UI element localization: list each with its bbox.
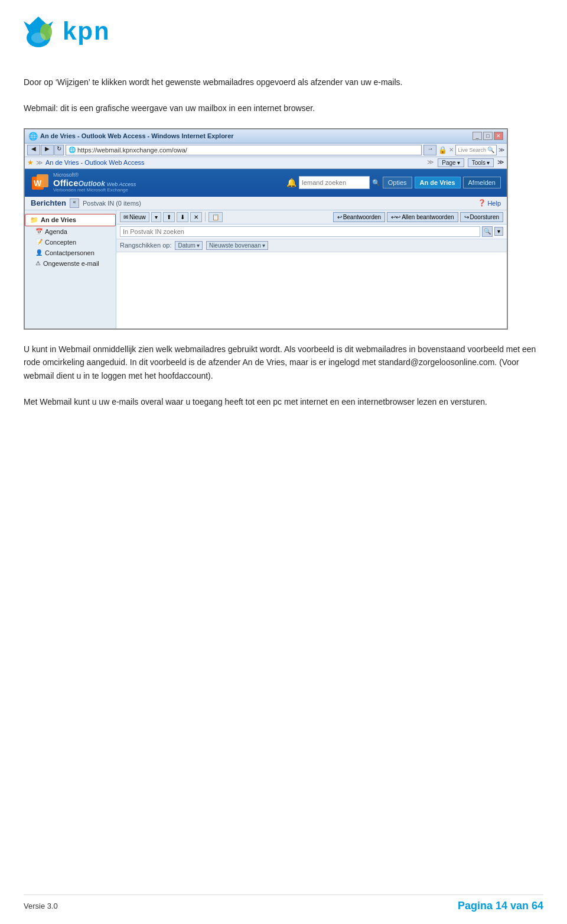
- owa-new-icon: ✉: [123, 214, 128, 220]
- ie-page-dropdown-icon: ▾: [457, 160, 460, 166]
- owa-office-label: OfficeOutlook: [53, 178, 105, 188]
- ie-fav-link[interactable]: An de Vries - Outlook Web Access: [45, 159, 145, 166]
- main-content: Door op ‘Wijzigen’ te klikken wordt het …: [0, 58, 567, 445]
- owa-connected-label: Verbonden met Microsoft Exchange: [53, 188, 136, 193]
- owa-reply-button[interactable]: ↩ Beantwoorden: [333, 212, 386, 222]
- owa-nav-left: Berichten « Postvak IN (0 items): [31, 199, 141, 208]
- paragraph-1: Door op ‘Wijzigen’ te klikken wordt het …: [24, 76, 543, 89]
- sidebar-item-agenda[interactable]: 📅 Agenda: [25, 226, 116, 237]
- paragraph-4: Met Webmail kunt u uw e-mails overal waa…: [24, 395, 543, 408]
- owa-help-button[interactable]: ❓ Help: [478, 199, 501, 207]
- ie-favorites-icon: ★: [27, 158, 34, 167]
- owa-sort-dropdown-icon: ▾: [197, 242, 200, 249]
- owa-sort-order-value: Nieuwste bovenaan: [209, 242, 261, 249]
- owa-nav-subtitle: Postvak IN (0 items): [83, 200, 141, 207]
- ie-address-favicon: 🌐: [69, 147, 76, 153]
- ie-search-icon: 🔍: [487, 147, 494, 153]
- owa-reply-all-icon: ↩↩: [391, 214, 400, 220]
- sidebar-item-ongewenste-email[interactable]: ⚠ Ongewenste e-mail: [25, 258, 116, 269]
- ie-tools-dropdown-icon: ▾: [487, 160, 490, 166]
- owa-logo: W Microsoft® OfficeOutlook Web Access Ve…: [31, 173, 136, 193]
- owa-search-bar: 🔍 ▾: [116, 225, 507, 239]
- owa-people-search[interactable]: [299, 176, 370, 189]
- owa-search-input[interactable]: [302, 179, 367, 186]
- footer-page: Pagina 14 van 64: [458, 900, 543, 912]
- office-logo-icon: W: [31, 173, 50, 192]
- page-header: kpn: [0, 0, 567, 58]
- paragraph-3: U kunt in Webmail onmiddellijk zien welk…: [24, 343, 543, 382]
- owa-user-button[interactable]: An de Vries: [415, 177, 461, 188]
- ie-more-icon2: ≫: [427, 158, 434, 167]
- owa-sort-order-dropdown-icon: ▾: [262, 242, 265, 249]
- ie-address-text: https://webmail.kpnxchange.com/owa/: [77, 147, 187, 154]
- owa-forward-icon: ↪: [464, 214, 469, 220]
- owa-screenshot: 🌐 An de Vries - Outlook Web Access - Win…: [24, 128, 508, 330]
- kpn-logo-icon: [18, 11, 59, 52]
- owa-signout-button[interactable]: Afmelden: [463, 177, 501, 188]
- owa-logo-text-block: Microsoft® OfficeOutlook Web Access Verb…: [53, 173, 136, 193]
- sidebar-contacts-icon: 👤: [35, 249, 43, 256]
- page-footer: Versie 3.0 Pagina 14 van 64: [24, 894, 543, 912]
- owa-inbox-search-btn[interactable]: 🔍: [482, 226, 493, 237]
- ie-nav-buttons: ◀ ▶ ↻: [27, 145, 64, 155]
- ie-more-icon1: ≫: [36, 159, 43, 167]
- ie-minimize-btn[interactable]: _: [472, 132, 482, 140]
- owa-new-button[interactable]: ✉ Nieuw: [120, 212, 149, 222]
- owa-forward-button[interactable]: ↪ Doorsturen: [460, 212, 503, 222]
- ie-security-icon: 🔒: [438, 146, 447, 154]
- owa-forward-label: Doorsturen: [470, 214, 499, 220]
- sidebar-item-concepten[interactable]: 📝 Concepten: [25, 237, 116, 248]
- sidebar-item-label-3: Contactpersonen: [45, 249, 94, 256]
- owa-new-dropdown[interactable]: ▾: [151, 212, 161, 222]
- svg-text:W: W: [34, 178, 42, 188]
- ie-close-btn[interactable]: ✕: [494, 132, 503, 140]
- ie-back-btn[interactable]: ◀: [27, 145, 40, 155]
- sidebar-spam-icon: ⚠: [35, 260, 41, 266]
- owa-help-icon: ❓: [478, 199, 486, 207]
- owa-down-btn[interactable]: ⬇: [177, 212, 188, 222]
- ie-toolbar-more-icon[interactable]: ≫: [498, 147, 504, 153]
- sidebar-concepten-icon: 📝: [35, 239, 43, 245]
- sidebar-item-label-2: Concepten: [45, 239, 76, 246]
- owa-options-button[interactable]: Opties: [383, 177, 412, 188]
- ie-window-buttons: _ □ ✕: [472, 132, 503, 140]
- owa-search-options-btn[interactable]: ▾: [494, 227, 503, 236]
- owa-header: W Microsoft® OfficeOutlook Web Access Ve…: [25, 169, 507, 197]
- ie-refresh-btn[interactable]: ↻: [54, 145, 64, 155]
- sidebar-agenda-icon: 📅: [35, 228, 43, 235]
- owa-toolbar-separator: [205, 212, 206, 222]
- owa-sidebar: 📁 An de Vries 📅 Agenda 📝 Concepten 👤 Con…: [25, 210, 116, 328]
- owa-sort-order-dropdown[interactable]: Nieuwste bovenaan ▾: [206, 241, 268, 250]
- ie-search-box[interactable]: Live Search 🔍: [455, 145, 497, 155]
- paragraph-2: Webmail: dit is een grafische weergave v…: [24, 102, 543, 115]
- owa-up-btn[interactable]: ⬆: [163, 212, 175, 222]
- owa-inbox-search-input[interactable]: [120, 226, 480, 237]
- ie-tools-btn[interactable]: Tools ▾: [468, 158, 494, 167]
- owa-notification-icon: 🔔: [286, 178, 296, 187]
- owa-reply-all-label: Allen beantwoorden: [402, 214, 454, 220]
- ie-title-text: An de Vries - Outlook Web Access - Windo…: [40, 132, 234, 139]
- owa-move-btn[interactable]: 📋: [208, 212, 223, 222]
- owa-right-controls: 🔔 🔍 Opties An de Vries Afmelden: [286, 176, 501, 189]
- ie-page-tools: ≫ Page ▾ Tools ▾ ≫: [427, 158, 504, 167]
- owa-sort-bar: Rangschikken op: Datum ▾ Nieuwste bovena…: [116, 239, 507, 252]
- ie-forward-btn[interactable]: ▶: [41, 145, 54, 155]
- sidebar-item-label-1: Agenda: [45, 228, 67, 235]
- owa-search-icon: 🔍: [372, 179, 380, 187]
- owa-delete-btn[interactable]: ✕: [190, 212, 202, 222]
- sidebar-item-contactpersonen[interactable]: 👤 Contactpersonen: [25, 248, 116, 258]
- ie-page-btn[interactable]: Page ▾: [438, 158, 464, 167]
- ie-address-bar[interactable]: 🌐 https://webmail.kpnxchange.com/owa/: [66, 145, 422, 155]
- sidebar-folder-icon: 📁: [30, 216, 38, 224]
- ie-go-button[interactable]: →: [423, 145, 436, 155]
- owa-inbox-empty-area: [116, 252, 507, 288]
- owa-reply-all-button[interactable]: ↩↩ Allen beantwoorden: [387, 212, 458, 222]
- ie-secondary-toolbar: ★ ≫ An de Vries - Outlook Web Access ≫ P…: [25, 157, 507, 169]
- owa-sort-label: Rangschikken op:: [120, 242, 171, 249]
- owa-nav-title: Berichten: [31, 199, 66, 207]
- ie-tools-label: Tools: [472, 160, 485, 166]
- ie-maximize-btn[interactable]: □: [483, 132, 493, 140]
- owa-collapse-btn[interactable]: «: [70, 199, 79, 208]
- owa-sort-dropdown[interactable]: Datum ▾: [175, 241, 202, 250]
- sidebar-item-an-de-vries[interactable]: 📁 An de Vries: [25, 214, 116, 226]
